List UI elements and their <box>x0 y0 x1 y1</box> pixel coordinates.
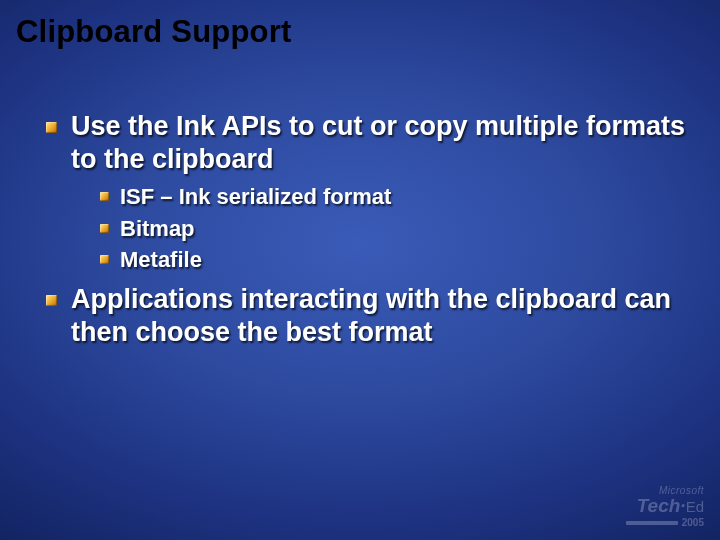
sub-bullet-item: ISF – Ink serialized format <box>100 182 690 212</box>
bullet-text: ISF – Ink serialized format <box>120 182 391 212</box>
footer-logo: Microsoft Tech·Ed 2005 <box>626 486 704 528</box>
bullet-text: Metafile <box>120 245 202 275</box>
bar-icon <box>626 521 678 525</box>
year-bar: 2005 <box>626 518 704 528</box>
content-area: Use the Ink APIs to cut or copy multiple… <box>46 110 690 351</box>
bullet-icon <box>100 224 109 233</box>
brand-part-a: Tech· <box>637 495 686 516</box>
bullet-icon <box>46 295 57 306</box>
slide-title: Clipboard Support <box>16 14 291 50</box>
sub-bullet-item: Metafile <box>100 245 690 275</box>
brand-name: Tech·Ed <box>626 496 704 515</box>
bullet-text: Use the Ink APIs to cut or copy multiple… <box>71 110 690 176</box>
sub-bullet-item: Bitmap <box>100 214 690 244</box>
bullet-icon <box>46 122 57 133</box>
year-text: 2005 <box>682 518 704 528</box>
bullet-icon <box>100 255 109 264</box>
bullet-item: Use the Ink APIs to cut or copy multiple… <box>46 110 690 176</box>
bullet-text: Bitmap <box>120 214 195 244</box>
bullet-icon <box>100 192 109 201</box>
bullet-text: Applications interacting with the clipbo… <box>71 283 690 349</box>
bullet-item: Applications interacting with the clipbo… <box>46 283 690 349</box>
slide: Clipboard Support Use the Ink APIs to cu… <box>0 0 720 540</box>
brand-part-b: Ed <box>686 498 704 515</box>
